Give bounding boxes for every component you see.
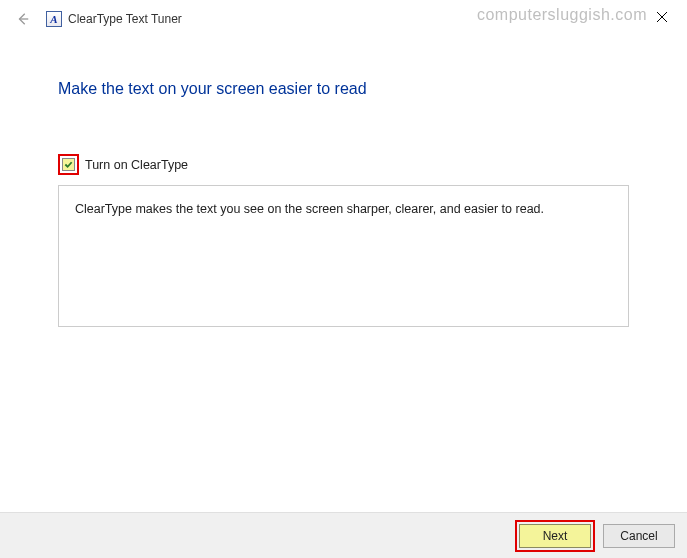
- titlebar: A ClearType Text Tuner computersluggish.…: [0, 0, 687, 34]
- checkbox-label[interactable]: Turn on ClearType: [85, 158, 188, 172]
- description-panel: ClearType makes the text you see on the …: [58, 185, 629, 327]
- back-button[interactable]: [14, 10, 32, 28]
- cancel-button[interactable]: Cancel: [603, 524, 675, 548]
- close-icon: [656, 11, 668, 23]
- window-title: ClearType Text Tuner: [68, 12, 182, 26]
- page-heading: Make the text on your screen easier to r…: [58, 80, 629, 98]
- turn-on-cleartype-checkbox[interactable]: [62, 158, 75, 171]
- close-button[interactable]: [653, 8, 671, 26]
- watermark: computersluggish.com: [477, 6, 647, 24]
- app-icon: A: [46, 11, 62, 27]
- content-area: Make the text on your screen easier to r…: [0, 34, 687, 327]
- next-button[interactable]: Next: [519, 524, 591, 548]
- arrow-left-icon: [16, 12, 30, 26]
- footer: Next Cancel: [0, 512, 687, 558]
- checkmark-icon: [64, 160, 73, 169]
- next-highlight: Next: [515, 520, 595, 552]
- description-text: ClearType makes the text you see on the …: [75, 202, 544, 216]
- app-icon-letter: A: [50, 13, 57, 25]
- checkbox-row: Turn on ClearType: [58, 154, 629, 175]
- checkbox-highlight: [58, 154, 79, 175]
